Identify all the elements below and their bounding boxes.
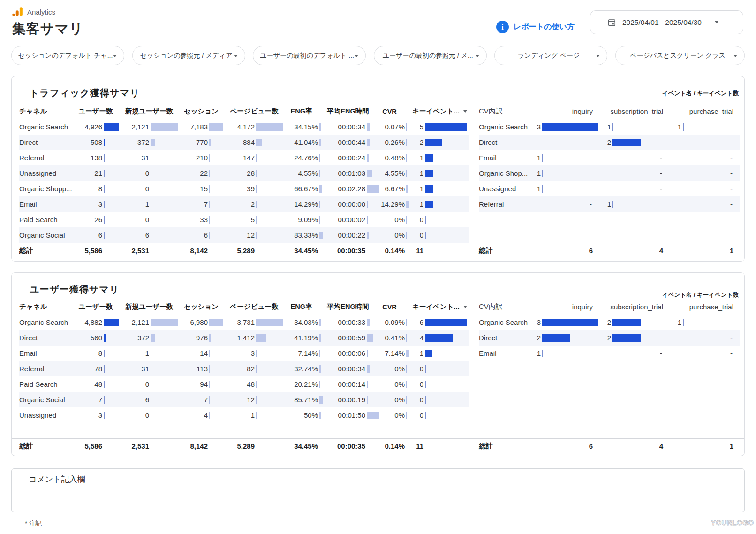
- metric-cell: 48: [79, 376, 119, 392]
- metric-cell: 1,412: [223, 330, 285, 346]
- value-bar: [319, 334, 321, 342]
- column-header: purchase_trial: [670, 104, 740, 119]
- column-header: ページビュー数: [223, 104, 285, 119]
- value-bar: [151, 185, 151, 193]
- page-title: 集客サマリ: [12, 20, 83, 38]
- column-header[interactable]: キーイベント...: [415, 299, 469, 315]
- value-bar: [209, 123, 223, 131]
- info-icon[interactable]: i: [496, 21, 509, 33]
- column-header: inquiry: [530, 299, 599, 315]
- help-link[interactable]: レポートの使い方: [514, 22, 575, 32]
- total-row: 総計5,5862,5318,1425,28934.45%00:00:350.14…: [19, 243, 469, 258]
- value-bar: [612, 139, 641, 146]
- metric-cell: 0: [415, 376, 469, 392]
- value-bar: [104, 350, 105, 357]
- value-bar: [151, 381, 151, 388]
- total-cell: 5,289: [223, 438, 285, 454]
- channel-label: Organic Shop...: [479, 165, 530, 181]
- metric-cell: 31: [119, 361, 179, 376]
- table-row: Unassigned21022284.55%00:01:034.55%1: [19, 165, 469, 181]
- metric-cell: 8: [79, 181, 119, 196]
- value-bar: [367, 216, 368, 224]
- table-row: Direct50837277088441.04%00:00:440.26%2: [19, 135, 469, 150]
- filter-chip[interactable]: ランディング ページ: [494, 46, 607, 65]
- value-bar: [367, 170, 372, 177]
- metric-cell: 66.67%: [285, 181, 322, 196]
- channel-label: Organic Search: [479, 315, 530, 330]
- date-range-value: 2025/04/01 - 2025/04/30: [622, 18, 702, 27]
- value-bar: [151, 154, 151, 162]
- metric-cell: 41.19%: [285, 330, 322, 346]
- value-bar: [425, 334, 453, 342]
- cv-breakdown-table: CV内訳inquirysubscription_trialpurchase_tr…: [479, 104, 740, 258]
- metric-cell: 210: [179, 150, 223, 165]
- metric-cell: 1: [530, 346, 599, 361]
- value-bar: [319, 216, 320, 224]
- column-header: 平均ENG時間: [322, 104, 380, 119]
- metric-cell: 4: [415, 330, 469, 346]
- value-bar: [209, 350, 210, 357]
- acquisition-table: チャネルユーザー数新規ユーザー数セッションページビュー数ENG率平均ENG時間C…: [19, 299, 469, 454]
- chevron-down-icon: [463, 306, 467, 308]
- value-bar: [425, 319, 467, 326]
- value-bar: [367, 319, 370, 326]
- column-header: チャネル: [19, 104, 79, 119]
- metric-cell: 7.14%: [380, 346, 415, 361]
- metric-cell: 00:00:22: [322, 227, 380, 243]
- column-header: ユーザー数: [79, 299, 119, 315]
- metric-cell: 0: [119, 407, 179, 423]
- value-bar: [425, 185, 433, 193]
- column-header: 新規ユーザー数: [119, 299, 179, 315]
- value-bar: [104, 185, 105, 193]
- metric-cell: 4,172: [223, 119, 285, 135]
- value-bar: [406, 139, 407, 146]
- channel-label: Organic Search: [479, 119, 530, 135]
- value-bar: [425, 123, 467, 131]
- value-bar: [151, 232, 151, 239]
- date-range-picker[interactable]: 2025/04/01 - 2025/04/30: [590, 10, 743, 34]
- value-bar: [209, 396, 210, 404]
- comment-label: コメント記入欄: [29, 474, 85, 485]
- metric-null: -: [670, 135, 740, 150]
- metric-cell: 372: [119, 135, 179, 150]
- metric-cell: 34.03%: [285, 315, 322, 330]
- cv-corner-label: イベント名 / キーイベント数: [662, 90, 739, 98]
- metric-cell: 9.09%: [285, 212, 322, 227]
- value-bar: [367, 350, 368, 357]
- value-bar: [151, 412, 151, 419]
- value-bar: [367, 185, 379, 193]
- metric-cell: 48: [223, 376, 285, 392]
- metric-cell: 0.41%: [380, 330, 415, 346]
- value-bar: [256, 139, 262, 146]
- metric-cell: 0: [119, 212, 179, 227]
- total-divider: [12, 438, 744, 439]
- value-bar: [104, 319, 119, 326]
- value-bar: [151, 334, 155, 342]
- metric-cell: 1: [415, 196, 469, 212]
- metric-cell: 22: [179, 165, 223, 181]
- table-row: Direct-2-: [479, 135, 740, 150]
- filter-chip[interactable]: ユーザーの最初のデフォルト ...: [253, 46, 366, 65]
- filter-chip[interactable]: セッションのデフォルト チャ...: [11, 46, 124, 65]
- metric-cell: 1: [670, 119, 740, 135]
- comment-box[interactable]: [11, 468, 745, 512]
- metric-cell: 12: [223, 392, 285, 407]
- cv-corner-label: イベント名 / キーイベント数: [662, 291, 739, 299]
- metric-null: -: [530, 196, 599, 212]
- channel-label: Organic Social: [19, 392, 79, 407]
- value-bar: [256, 232, 257, 239]
- metric-null: -: [670, 150, 740, 165]
- chevron-down-icon: [715, 21, 718, 23]
- filter-chip[interactable]: ユーザーの最初の参照元 / メ...: [374, 46, 487, 65]
- table-row: Referral-1-: [479, 196, 740, 212]
- filter-chip[interactable]: セッションの参照元 / メディア: [132, 46, 245, 65]
- filter-chip[interactable]: ページパスとスクリーン クラス: [615, 46, 745, 65]
- channel-label: Referral: [479, 196, 530, 212]
- value-bar: [151, 319, 178, 326]
- total-cell: 0.14%: [380, 438, 415, 454]
- column-header[interactable]: キーイベント...: [415, 104, 469, 119]
- channel-label: Email: [479, 346, 530, 361]
- value-bar: [209, 201, 210, 208]
- metric-null: -: [670, 330, 740, 346]
- value-bar: [256, 185, 257, 193]
